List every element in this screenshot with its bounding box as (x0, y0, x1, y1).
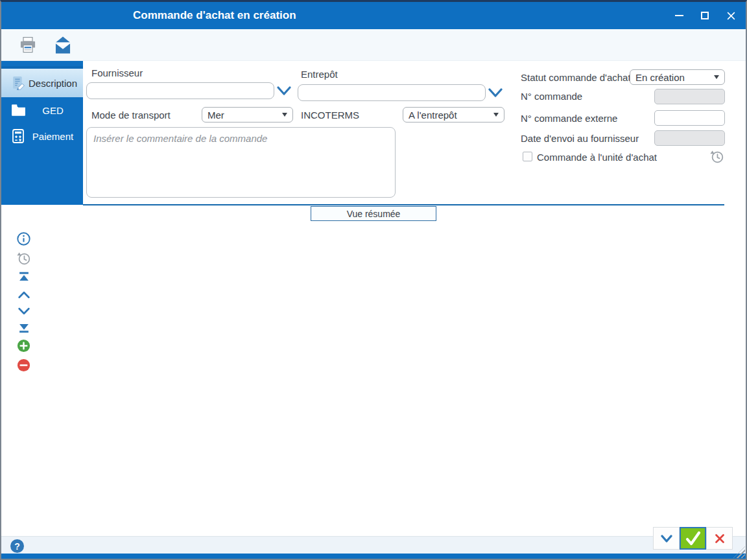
minimize-icon (675, 15, 683, 16)
add-line-button[interactable] (16, 338, 32, 354)
fournisseur-lookup-chevron-icon[interactable] (276, 84, 292, 97)
section-divider (83, 204, 724, 205)
document-edit-icon (10, 75, 27, 91)
main-toolbar (1, 29, 746, 61)
move-to-bottom-icon (17, 320, 31, 334)
history-button[interactable] (709, 149, 724, 167)
minimize-button[interactable] (670, 7, 687, 24)
window-title: Commande d'achat en création (133, 2, 296, 29)
validate-button[interactable] (680, 527, 706, 550)
plus-circle-icon (16, 338, 31, 353)
entrepot-lookup-chevron-icon[interactable] (488, 86, 503, 99)
num-commande-input (654, 89, 725, 104)
close-icon (726, 11, 736, 21)
statut-label: Statut commande d'achat (521, 72, 631, 83)
chevron-up-icon (17, 289, 31, 301)
dialog-actions (653, 527, 733, 550)
cancel-button[interactable] (706, 527, 733, 550)
maximize-button[interactable] (696, 7, 713, 24)
entrepot-input[interactable] (298, 84, 486, 101)
tab-ged-label: GED (27, 105, 83, 116)
incoterms-select[interactable]: A l'entrepôt (403, 107, 504, 122)
tab-description-label: Description (27, 78, 83, 89)
fournisseur-input[interactable] (86, 82, 274, 99)
num-commande-externe-input[interactable] (654, 110, 725, 126)
line-history-button[interactable] (16, 250, 32, 266)
date-envoi-input (654, 130, 725, 146)
caret-down-icon (714, 75, 719, 79)
entrepot-label: Entrepôt (301, 69, 338, 80)
tab-paiement-label: Paiement (27, 131, 83, 142)
info-icon (16, 231, 31, 246)
sidebar-tabs: Description GED (1, 61, 83, 205)
move-to-top-icon (17, 270, 31, 285)
close-button[interactable] (722, 7, 739, 24)
caret-down-icon (493, 113, 499, 117)
bottom-border-bar (1, 554, 746, 559)
status-bar (1, 536, 746, 555)
x-icon (713, 531, 727, 546)
calculator-icon (10, 128, 27, 145)
envelope-icon (53, 36, 73, 54)
commande-unite-label: Commande à l'unité d'achat (537, 152, 657, 163)
mode-transport-select[interactable]: Mer (202, 107, 293, 122)
statut-select[interactable]: En création (630, 69, 725, 85)
fournisseur-label: Fournisseur (91, 67, 143, 78)
move-down-button[interactable] (16, 303, 32, 319)
tab-paiement[interactable]: Paiement (1, 123, 83, 149)
print-button[interactable] (18, 36, 38, 54)
chevron-down-icon (658, 531, 675, 546)
printer-icon (19, 36, 37, 54)
move-first-button[interactable] (16, 269, 32, 285)
date-envoi-label: Date d'envoi au fournisseur (521, 133, 639, 144)
send-mail-button[interactable] (53, 36, 73, 54)
statut-value: En création (635, 72, 710, 83)
vue-resumee-button[interactable]: Vue résumée (311, 206, 436, 221)
more-actions-button[interactable] (653, 527, 680, 550)
tab-description[interactable]: Description (1, 66, 83, 97)
folder-icon (10, 102, 27, 119)
mode-transport-value: Mer (208, 110, 278, 121)
titlebar: Commande d'achat en création (1, 2, 746, 29)
incoterms-value: A l'entrepôt (409, 110, 490, 121)
window-controls (670, 2, 739, 29)
commande-unite-checkbox[interactable] (523, 152, 532, 161)
move-last-button[interactable] (16, 319, 32, 335)
history-icon (16, 251, 31, 266)
chevron-down-icon (17, 305, 31, 317)
incoterms-label: INCOTERMS (301, 110, 359, 121)
check-icon (684, 530, 702, 547)
minus-circle-icon (16, 358, 31, 373)
purchase-order-window: Commande d'achat en création (0, 0, 747, 560)
num-commande-externe-label: N° commande externe (521, 113, 617, 124)
commentaire-textarea[interactable] (86, 127, 396, 198)
history-icon (709, 149, 724, 164)
remove-line-button[interactable] (16, 357, 32, 373)
help-button[interactable]: ? (10, 539, 24, 553)
move-up-button[interactable] (16, 286, 32, 303)
maximize-icon (701, 12, 709, 19)
info-button[interactable] (16, 231, 32, 247)
mode-transport-label: Mode de transport (91, 110, 171, 121)
caret-down-icon (282, 113, 287, 117)
num-commande-label: N° commande (521, 91, 582, 102)
tab-ged[interactable]: GED (1, 97, 83, 123)
